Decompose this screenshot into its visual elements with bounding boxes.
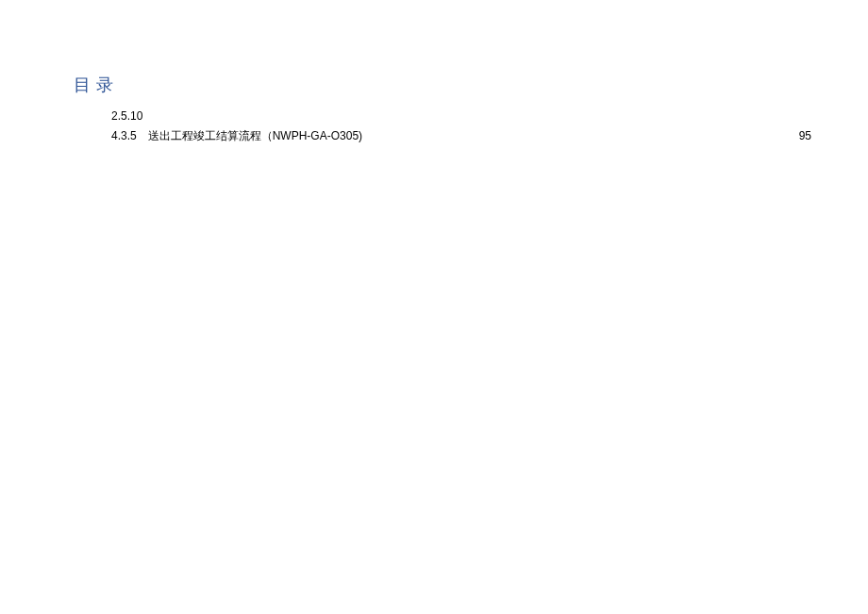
toc-heading: 目录 bbox=[74, 74, 811, 96]
toc-row-left: 4.3.5 送出工程竣工结算流程（NWPH-GA-O305) bbox=[111, 127, 362, 145]
toc-row-left: 2.5.10 bbox=[111, 108, 154, 125]
toc-row: 2.5.10 bbox=[111, 108, 811, 125]
toc-entry-number: 4.3.5 bbox=[111, 127, 137, 145]
toc-entry-title: 送出工程竣工结算流程（NWPH-GA-O305) bbox=[148, 127, 362, 145]
toc-entry-number: 2.5.10 bbox=[111, 108, 142, 125]
toc-entry-page: 95 bbox=[799, 127, 811, 145]
toc-row: 4.3.5 送出工程竣工结算流程（NWPH-GA-O305) 95 bbox=[111, 127, 811, 145]
toc-list: 2.5.10 4.3.5 送出工程竣工结算流程（NWPH-GA-O305) 95 bbox=[111, 108, 811, 145]
